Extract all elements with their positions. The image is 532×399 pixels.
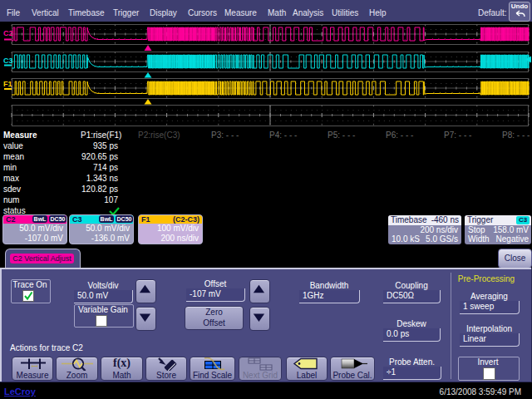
svg-text:C3: C3: [3, 57, 13, 65]
svg-text:C2: C2: [3, 29, 13, 37]
svg-text:F1: F1: [3, 80, 12, 88]
